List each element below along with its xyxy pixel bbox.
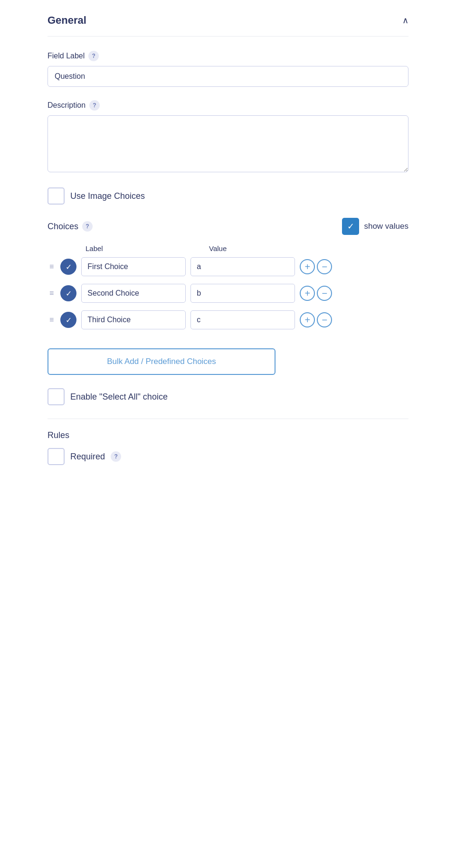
choice-label-input-2[interactable] (81, 284, 186, 303)
choice-label-input-1[interactable] (81, 257, 186, 276)
choice-row-1: ≡ ✓ + − (48, 257, 408, 276)
choice-value-input-1[interactable] (190, 257, 295, 276)
col-value-header: Value (209, 244, 323, 252)
use-image-choices-checkbox[interactable] (48, 187, 65, 205)
add-choice-btn-2[interactable]: + (300, 286, 315, 301)
enable-select-all-checkbox[interactable] (48, 388, 65, 405)
drag-handle-2[interactable]: ≡ (48, 289, 56, 298)
collapse-icon[interactable]: ∧ (402, 15, 408, 26)
remove-choice-btn-2[interactable]: − (317, 286, 332, 301)
section-header: General ∧ (48, 14, 408, 37)
description-label-text: Description (48, 101, 86, 110)
choice-buttons-3: + − (300, 312, 332, 327)
choices-header: Choices ? ✓ show values (48, 218, 408, 235)
show-values-group: ✓ show values (342, 218, 408, 235)
use-image-choices-label: Use Image Choices (70, 191, 145, 201)
choices-label-group: Choices ? (48, 221, 93, 232)
col-label-header: Label (86, 244, 200, 252)
choice-check-3[interactable]: ✓ (60, 312, 76, 328)
required-checkbox[interactable] (48, 448, 65, 465)
drag-handle-1[interactable]: ≡ (48, 262, 56, 271)
show-values-label: show values (364, 222, 408, 231)
required-label: Required (70, 452, 105, 462)
show-values-checkbox[interactable]: ✓ (342, 218, 359, 235)
field-label-row: Field Label ? (48, 51, 408, 61)
choice-buttons-2: + − (300, 286, 332, 301)
field-label-group: Field Label ? (48, 51, 408, 87)
choice-check-2[interactable]: ✓ (60, 285, 76, 301)
required-help-icon[interactable]: ? (111, 451, 121, 462)
enable-select-all-label: Enable "Select All" choice (70, 392, 168, 402)
bulk-add-button[interactable]: Bulk Add / Predefined Choices (48, 348, 276, 375)
section-title: General (48, 14, 86, 27)
choice-label-input-3[interactable] (81, 310, 186, 329)
add-choice-btn-1[interactable]: + (300, 259, 315, 274)
choices-title: Choices (48, 222, 78, 232)
required-row: Required ? (48, 448, 408, 465)
rules-section: Rules Required ? (48, 430, 408, 465)
choice-check-1[interactable]: ✓ (60, 259, 76, 275)
field-label-input[interactable] (48, 66, 408, 87)
description-label-row: Description ? (48, 100, 408, 111)
choice-value-input-2[interactable] (190, 284, 295, 303)
remove-choice-btn-3[interactable]: − (317, 312, 332, 327)
remove-choice-btn-1[interactable]: − (317, 259, 332, 274)
choice-row-2: ≡ ✓ + − (48, 284, 408, 303)
add-choice-btn-3[interactable]: + (300, 312, 315, 327)
rules-title: Rules (48, 430, 408, 440)
description-group: Description ? (48, 100, 408, 174)
drag-handle-3[interactable]: ≡ (48, 316, 56, 324)
choices-column-headers: Label Value (48, 244, 408, 252)
description-help-icon[interactable]: ? (89, 100, 100, 111)
field-label-text: Field Label (48, 52, 85, 60)
enable-select-all-row: Enable "Select All" choice (48, 388, 408, 405)
divider (48, 419, 408, 419)
choice-buttons-1: + − (300, 259, 332, 274)
description-input[interactable] (48, 115, 408, 172)
field-label-help-icon[interactable]: ? (88, 51, 99, 61)
choice-row-3: ≡ ✓ + − (48, 310, 408, 329)
choices-help-icon[interactable]: ? (82, 221, 93, 232)
choice-value-input-3[interactable] (190, 310, 295, 329)
use-image-choices-row: Use Image Choices (48, 187, 408, 205)
